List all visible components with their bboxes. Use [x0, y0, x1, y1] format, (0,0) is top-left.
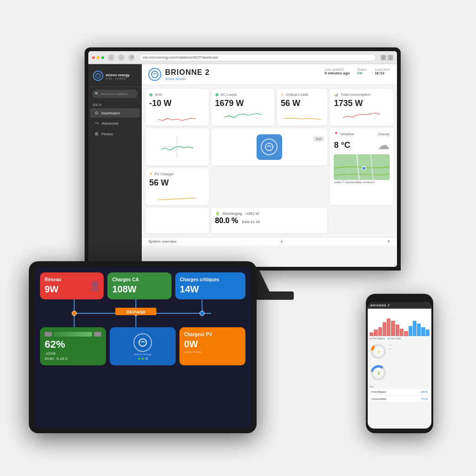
- forward-button[interactable]: ›: [118, 54, 125, 61]
- sidebar-item-photos[interactable]: ⊞ Photos: [90, 129, 140, 139]
- critical-loads-title: ⚠ Critical Loads: [281, 93, 324, 97]
- sidebar-item-advanced[interactable]: 〜 Advanced: [90, 118, 140, 129]
- tablet-battery-voltage-current: 23.8V -5.1A C: [45, 357, 101, 361]
- maximize-dot[interactable]: [101, 56, 104, 59]
- map-credit: Leaflet | © OpenStreetMap contributors: [334, 181, 390, 184]
- local-time-label: Local time:: [375, 68, 390, 71]
- show-details-link[interactable]: Show details: [165, 77, 210, 81]
- ac-loads-value: 1679 W: [215, 99, 271, 108]
- header-meta: Last updated: 9 minutes ago Status: OK L…: [325, 68, 390, 75]
- bar-7: [396, 324, 399, 336]
- warning-icon: ⚠: [281, 93, 284, 97]
- phone-notch: [390, 297, 409, 301]
- tablet-charges-critiques-widget: Charges critiques 14W: [175, 272, 245, 299]
- svg-text:Décharge: Décharge: [126, 310, 145, 314]
- inverter-dots: [138, 357, 148, 360]
- svg-point-13: [72, 311, 77, 316]
- local-time-value: 16:13: [375, 71, 384, 75]
- grid-flow-widget: [145, 128, 209, 165]
- grid-value: -10 W: [149, 99, 205, 108]
- tablet-inverter-widget: victron energy: [110, 327, 176, 365]
- tablet-pv-value: 0W: [184, 339, 241, 350]
- pv-charger-widget: ☀ PV Charger 56 W: [145, 168, 209, 205]
- inverter-icon: [261, 139, 278, 155]
- weather-widget: 📍 Weather Cloudy 8 °C ☁: [330, 128, 393, 205]
- close-dot[interactable]: [92, 56, 95, 59]
- sidebar-back-button[interactable]: BACK: [88, 102, 142, 108]
- map-thumbnail: [334, 154, 390, 180]
- phone-chart-area: [368, 309, 431, 336]
- victron-logo-icon: [93, 71, 103, 81]
- tablet-charges-ca-value: 108W: [112, 284, 166, 295]
- bar-14: [426, 330, 430, 336]
- pv-charger-title: ☀ PV Charger: [149, 172, 205, 176]
- pv-charger-value: 56 W: [149, 178, 205, 188]
- battery-icon: 🔋: [215, 212, 220, 216]
- phone-battery-metric: From Battery 0.5 %: [370, 389, 430, 395]
- refresh-button[interactable]: ↺: [128, 54, 135, 61]
- pv-icon: ☀: [149, 172, 152, 176]
- sidebar-search[interactable]: 🔍 Search an installation: [92, 90, 138, 98]
- donut-1: ⚡: [370, 343, 387, 360]
- sidebar-dashboard-label: Dashboard: [101, 111, 119, 115]
- inverter-widget: Bulk: [212, 128, 328, 165]
- bulk-badge: Bulk: [314, 137, 324, 141]
- minimize-dot[interactable]: [97, 56, 99, 59]
- monitor-inner: ‹ › ↺ vrm.victronenergy.com/installation…: [88, 51, 397, 267]
- person-icon: 👤: [89, 280, 101, 291]
- logo-text: victron energy: [106, 73, 130, 77]
- bar-4: [383, 322, 386, 336]
- grid-chart: [149, 110, 205, 122]
- bar-2: [374, 330, 377, 336]
- tablet: 👤 Réseau 9W Charges CA 108W Charges crit…: [29, 261, 257, 433]
- tablet-pv-charger-widget: Chargeur PV 0W victron energy: [179, 327, 245, 365]
- url-bar[interactable]: vrm.victronenergy.com/installation/46157…: [139, 54, 376, 61]
- phone-header: BRIONNE 2: [368, 302, 431, 309]
- weather-temp: 8 °C: [334, 140, 350, 150]
- battery-plus: +: [94, 332, 101, 337]
- status-value: OK: [357, 71, 363, 75]
- bar-1: [370, 332, 373, 336]
- weather-status: Cloudy: [378, 132, 390, 136]
- dashboard-icon: ⊙: [95, 111, 99, 115]
- bar-5: [387, 318, 390, 337]
- browser-actions: ☆ ⋮: [381, 55, 393, 60]
- bar-13: [421, 327, 425, 336]
- bookmark-icon[interactable]: ☆: [381, 55, 386, 60]
- inverter-box: [257, 134, 282, 160]
- discharging-label: Discharging: [223, 212, 242, 216]
- browser-chrome: ‹ › ↺ vrm.victronenergy.com/installation…: [88, 51, 397, 64]
- scene: ‹ › ↺ vrm.victronenergy.com/installation…: [29, 33, 447, 443]
- system-overview-label: System overview: [148, 239, 176, 244]
- system-overview-bar[interactable]: System overview ∨ ✕: [142, 237, 397, 245]
- bar-3: [378, 327, 382, 336]
- monitor-screen: ‹ › ↺ vrm.victronenergy.com/installation…: [85, 47, 401, 271]
- victron-energy-label: victron energy: [134, 353, 152, 356]
- battery-minus: −: [45, 332, 52, 337]
- phone-stats: — —: [389, 343, 430, 360]
- weather-title-text: Weather: [340, 132, 354, 136]
- sidebar-item-dashboard[interactable]: ⊙ Dashboard: [90, 108, 140, 118]
- ac-loads-title: ▦ AC Loads: [215, 93, 271, 97]
- close-icon: ✕: [387, 239, 390, 244]
- cloud-icon: ☁: [377, 138, 390, 152]
- phone-donut-row-2: 🔋: [368, 362, 431, 383]
- menu-icon[interactable]: ⋮: [388, 55, 393, 60]
- tablet-charges-ca-widget: Charges CA 108W: [107, 272, 171, 299]
- status-label: Status:: [357, 68, 367, 71]
- tablet-screen: 👤 Réseau 9W Charges CA 108W Charges crit…: [34, 267, 251, 428]
- bar-9: [404, 331, 408, 336]
- grid-title: ▦ Grid: [149, 93, 205, 97]
- consumption-icon: 📊: [334, 93, 338, 97]
- grid-icon: ▦: [149, 93, 153, 97]
- location-icon: 📍: [334, 132, 338, 136]
- phone-bottom: kWh From Battery 0.5 % Consumption 7.1 %: [368, 383, 431, 405]
- tablet-reseau-widget: 👤 Réseau 9W: [40, 272, 104, 299]
- sidebar-advanced-label: Advanced: [102, 121, 119, 126]
- search-icon: 🔍: [95, 92, 99, 96]
- back-button[interactable]: ‹: [108, 54, 114, 61]
- widgets-grid: ▦ Grid -10 W: [142, 85, 397, 237]
- ac-loads-widget: ▦ AC Loads 1679 W: [212, 89, 275, 126]
- tablet-battery-power: -121W: [45, 351, 101, 356]
- battery-level: [54, 332, 92, 337]
